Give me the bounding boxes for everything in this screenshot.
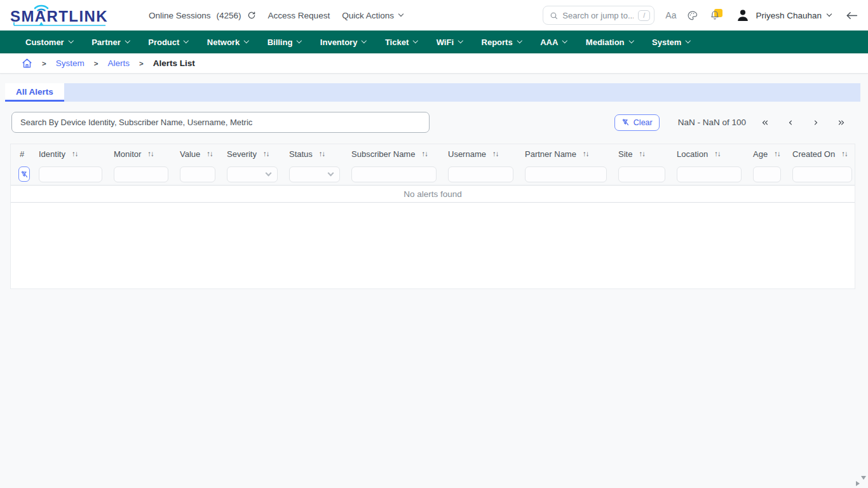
notifications-bell-icon[interactable] xyxy=(709,9,721,22)
last-page-button[interactable] xyxy=(829,116,854,130)
global-search[interactable]: / xyxy=(543,6,654,25)
nav-label: Customer xyxy=(25,37,64,47)
column-header-subscriber-name[interactable]: Subscriber Name↑↓ xyxy=(342,149,439,159)
sort-icon[interactable]: ↑↓ xyxy=(319,150,325,158)
chevron-down-icon xyxy=(297,38,302,43)
nav-item-mediation[interactable]: Mediation xyxy=(586,37,633,47)
filter-toggle-button[interactable] xyxy=(18,166,30,182)
sort-icon[interactable]: ↑↓ xyxy=(147,150,154,158)
site-filter-input[interactable] xyxy=(618,166,665,182)
column-header-monitor[interactable]: Monitor↑↓ xyxy=(105,149,171,159)
sort-icon[interactable]: ↑↓ xyxy=(639,150,645,158)
alerts-search-input[interactable] xyxy=(11,112,430,133)
chevron-down-icon xyxy=(413,38,418,43)
sort-icon[interactable]: ↑↓ xyxy=(492,150,499,158)
font-size-toggle[interactable]: Aa xyxy=(665,10,676,20)
filter-off-icon xyxy=(20,170,29,179)
sort-icon[interactable]: ↑↓ xyxy=(583,150,589,158)
column-header-username[interactable]: Username↑↓ xyxy=(439,149,516,159)
online-sessions[interactable]: Online Sessions (4256) xyxy=(149,11,256,20)
back-arrow-icon[interactable] xyxy=(846,11,858,20)
nav-item-billing[interactable]: Billing xyxy=(268,37,301,47)
monitor-filter-input[interactable] xyxy=(114,166,168,182)
username-filter-input[interactable] xyxy=(448,166,513,182)
theme-palette-icon[interactable] xyxy=(687,10,698,21)
column-header-partner-name[interactable]: Partner Name↑↓ xyxy=(516,149,609,159)
nav-item-product[interactable]: Product xyxy=(148,37,188,47)
quick-actions-menu[interactable]: Quick Actions xyxy=(342,11,403,20)
first-page-button[interactable] xyxy=(752,116,778,130)
chevron-down-icon xyxy=(458,38,463,43)
search-icon xyxy=(550,11,558,20)
clear-button-label: Clear xyxy=(634,118,653,127)
column-header-severity[interactable]: Severity↑↓ xyxy=(218,149,280,159)
sort-icon[interactable]: ↑↓ xyxy=(72,150,78,158)
chevron-down-icon xyxy=(628,38,634,43)
breadcrumb: > System > Alerts > Alerts List xyxy=(0,53,868,74)
nav-item-system[interactable]: System xyxy=(652,37,690,47)
sort-icon[interactable]: ↑↓ xyxy=(421,150,428,158)
tab-bar: All Alerts xyxy=(5,83,860,102)
breadcrumb-link-alerts[interactable]: Alerts xyxy=(107,58,130,68)
column-header-status[interactable]: Status↑↓ xyxy=(280,149,342,159)
next-page-button[interactable] xyxy=(803,116,829,130)
breadcrumb-link-system[interactable]: System xyxy=(56,58,85,68)
top-header: SMARTLINK Online Sessions (4256) Access … xyxy=(0,0,868,30)
nav-item-customer[interactable]: Customer xyxy=(25,37,72,47)
clear-filters-button[interactable]: Clear xyxy=(614,114,660,131)
scrollbar-right-arrow[interactable] xyxy=(856,481,860,486)
home-icon[interactable] xyxy=(22,58,32,69)
sort-icon[interactable]: ↑↓ xyxy=(841,150,848,158)
nav-label: Billing xyxy=(268,37,293,47)
chevron-down-icon xyxy=(328,170,334,177)
global-search-input[interactable] xyxy=(562,11,634,20)
sort-icon[interactable]: ↑↓ xyxy=(774,150,780,158)
column-header-site[interactable]: Site↑↓ xyxy=(609,149,668,159)
smartlink-logo[interactable]: SMARTLINK xyxy=(9,3,111,28)
avatar xyxy=(736,8,750,22)
online-sessions-label: Online Sessions xyxy=(149,11,211,20)
nav-item-aaa[interactable]: AAA xyxy=(540,37,567,47)
nav-label: Product xyxy=(148,37,179,47)
identity-filter-input[interactable] xyxy=(39,166,102,182)
location-filter-input[interactable] xyxy=(677,166,742,182)
chevron-down-icon xyxy=(362,38,367,43)
scrollbar-down-arrow[interactable] xyxy=(861,476,866,480)
prev-page-button[interactable] xyxy=(778,116,803,130)
column-header-identity[interactable]: Identity↑↓ xyxy=(30,149,105,159)
nav-item-inventory[interactable]: Inventory xyxy=(320,37,366,47)
breadcrumb-current: Alerts List xyxy=(153,58,195,68)
partner-name-filter-input[interactable] xyxy=(525,166,607,182)
nav-item-network[interactable]: Network xyxy=(207,37,248,47)
created-on-filter-input[interactable] xyxy=(792,166,852,182)
subscriber-name-filter-input[interactable] xyxy=(351,166,437,182)
user-menu[interactable]: Priyesh Chauhan xyxy=(736,8,831,22)
nav-item-ticket[interactable]: Ticket xyxy=(385,37,417,47)
access-request-link[interactable]: Access Request xyxy=(268,11,330,20)
refresh-icon[interactable] xyxy=(247,11,256,20)
value-filter-input[interactable] xyxy=(180,166,215,182)
nav-item-partner[interactable]: Partner xyxy=(92,37,129,47)
sort-icon[interactable]: ↑↓ xyxy=(714,150,721,158)
column-header-created-on[interactable]: Created On↑↓ xyxy=(783,149,855,159)
chevron-down-icon xyxy=(266,170,272,177)
sort-icon[interactable]: ↑↓ xyxy=(263,150,269,158)
nav-item-wifi[interactable]: WiFi xyxy=(437,37,463,47)
nav-item-reports[interactable]: Reports xyxy=(482,37,522,47)
column-header-value[interactable]: Value↑↓ xyxy=(171,149,218,159)
filter-off-icon xyxy=(621,118,630,126)
status-filter-select[interactable] xyxy=(289,166,340,182)
age-filter-input[interactable] xyxy=(753,166,781,182)
chevron-down-icon xyxy=(69,38,74,43)
tab-all-alerts[interactable]: All Alerts xyxy=(5,83,64,102)
chevron-down-icon xyxy=(517,38,522,43)
column-header-age[interactable]: Age↑↓ xyxy=(744,149,783,159)
smartlink-logo-graphic: SMARTLINK xyxy=(9,3,111,28)
sort-icon[interactable]: ↑↓ xyxy=(207,150,213,158)
svg-text:SMARTLINK: SMARTLINK xyxy=(10,8,108,25)
chevron-down-icon xyxy=(686,38,691,43)
nav-label: Partner xyxy=(92,37,121,47)
column-header-location[interactable]: Location↑↓ xyxy=(668,149,744,159)
severity-filter-select[interactable] xyxy=(227,166,278,182)
nav-label: Reports xyxy=(482,37,513,47)
